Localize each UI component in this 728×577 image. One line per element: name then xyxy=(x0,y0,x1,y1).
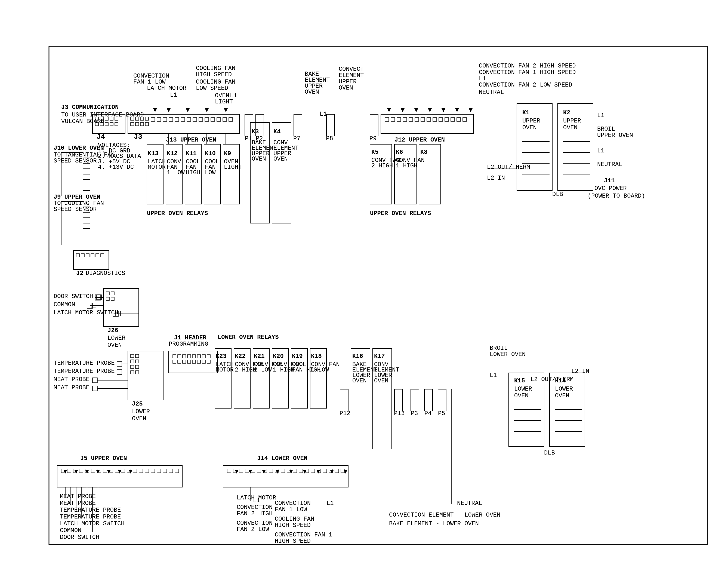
j5-label: J5 UPPER OVEN xyxy=(80,455,127,462)
j14-conv-fan1-high2: HIGH SPEED xyxy=(275,538,311,545)
svg-rect-80 xyxy=(433,118,437,121)
svg-marker-228 xyxy=(167,108,171,112)
svg-rect-213 xyxy=(311,469,315,473)
svg-rect-55 xyxy=(187,118,191,121)
j14-cooling-fan-high1: COOLING FAN xyxy=(275,516,314,523)
k12-label: K12 xyxy=(167,150,178,157)
svg-rect-54 xyxy=(181,118,185,121)
l1-oven-light: L1 xyxy=(230,92,237,99)
bake-elem-upper-label4: OVEN xyxy=(305,89,319,96)
svg-rect-137 xyxy=(202,355,205,358)
oven-light-label: OVEN xyxy=(215,92,229,99)
svg-marker-242 xyxy=(96,470,100,474)
svg-rect-178 xyxy=(103,469,107,473)
svg-rect-76 xyxy=(409,118,413,121)
door-switch-label: DOOR SWITCH xyxy=(54,293,93,300)
j3-comm-sub1: TO USER INTERFACE BOARD xyxy=(61,111,144,118)
svg-rect-186 xyxy=(151,469,155,473)
j13-label: J13 UPPER OVEN xyxy=(166,136,216,144)
p2-label: P2 xyxy=(256,135,263,142)
svg-rect-135 xyxy=(192,355,196,358)
svg-rect-84 xyxy=(457,118,461,121)
svg-rect-70 xyxy=(327,114,335,136)
svg-rect-18 xyxy=(135,123,139,126)
k1-sub2: OVEN xyxy=(522,124,537,131)
svg-rect-208 xyxy=(281,469,285,473)
svg-rect-190 xyxy=(175,469,179,473)
k17-sub4: OVEN xyxy=(374,377,389,384)
svg-rect-83 xyxy=(451,118,454,121)
diagram-container: J4 J3 J3 COMMUNICATION TO USER INTERFACE… xyxy=(0,0,728,577)
svg-rect-127 xyxy=(135,365,139,369)
j3-comm-sub2: VULCAN BOARD xyxy=(61,118,104,125)
svg-rect-75 xyxy=(403,118,407,121)
svg-marker-236 xyxy=(442,108,445,112)
k11-sub3: HIGH xyxy=(186,169,200,176)
svg-rect-71 xyxy=(381,114,473,133)
j5-temp-probe2: TEMPERATURE PROBE xyxy=(60,513,121,520)
k23-box-label: K23 xyxy=(216,353,227,360)
conv-fan1-low-label2: FAN 1 LOW xyxy=(133,79,166,85)
k18-box-label: K18 xyxy=(311,353,322,360)
dlb-lower: DLB xyxy=(544,450,555,456)
j5-temp-probe1: TEMPERATURE PROBE xyxy=(60,507,121,513)
svg-marker-250 xyxy=(289,470,293,474)
dlb-upper: DLB xyxy=(552,191,563,198)
j1-header-label: J1 HEADER xyxy=(174,334,207,341)
svg-marker-231 xyxy=(224,108,228,112)
svg-marker-245 xyxy=(129,470,132,474)
p12-label: P12 xyxy=(339,410,350,417)
k15-label: K15 xyxy=(514,377,525,384)
convect-elem-upper-1: CONVECT xyxy=(339,66,364,73)
svg-rect-159 xyxy=(438,389,446,411)
l1-right: L1 xyxy=(597,112,604,119)
svg-rect-158 xyxy=(424,389,433,411)
j11-sub1: OVC POWER xyxy=(594,185,627,192)
upper-oven-relays-left: UPPER OVEN RELAYS xyxy=(147,210,208,217)
k5-label: K5 xyxy=(371,149,379,156)
svg-rect-78 xyxy=(421,118,425,121)
svg-marker-251 xyxy=(303,470,307,474)
k20-box-label: K20 xyxy=(273,353,284,360)
svg-marker-229 xyxy=(186,108,190,112)
svg-marker-246 xyxy=(235,470,239,474)
convect-elem-upper-3: UPPER xyxy=(339,78,357,85)
svg-rect-174 xyxy=(79,469,83,473)
svg-rect-40 xyxy=(91,254,94,257)
svg-rect-62 xyxy=(229,118,233,121)
l1-mid: L1 xyxy=(320,111,327,118)
l2-in-upper: L2 IN xyxy=(487,175,505,181)
k1-label: K1 xyxy=(522,109,529,116)
j5-door-sw: DOOR SWITCH xyxy=(60,534,99,541)
j5-common: COMMON xyxy=(60,527,81,534)
l1-lower-right: L1 xyxy=(490,372,497,379)
k17-box-label: K17 xyxy=(374,353,385,360)
svg-rect-145 xyxy=(202,360,205,363)
svg-rect-42 xyxy=(101,254,104,257)
k4-sub4: OVEN xyxy=(274,156,288,162)
l1-lower-mid: L1 xyxy=(327,500,334,507)
k2-sub2: OVEN xyxy=(563,124,577,131)
k8-label: K8 xyxy=(420,149,427,156)
schematic-svg: J4 J3 J3 COMMUNICATION TO USER INTERFACE… xyxy=(0,0,728,577)
svg-rect-73 xyxy=(391,118,395,121)
svg-rect-56 xyxy=(193,118,197,121)
k14-label: K14 xyxy=(555,377,566,384)
neutral-upper: NEUTRAL xyxy=(479,89,504,96)
j9-label: J9 UPPER OVEN xyxy=(54,194,100,201)
j25-sub2: OVEN xyxy=(132,415,146,422)
j2-diag: DIAGNOSTICS xyxy=(86,270,125,277)
svg-rect-134 xyxy=(187,355,191,358)
svg-marker-227 xyxy=(153,108,157,112)
k1-sub1: UPPER xyxy=(522,118,540,124)
svg-rect-50 xyxy=(157,118,161,121)
svg-rect-61 xyxy=(223,118,227,121)
k16-sub4: OVEN xyxy=(352,377,367,384)
k19-box-label: K19 xyxy=(292,353,303,360)
svg-rect-69 xyxy=(294,114,302,136)
svg-marker-241 xyxy=(85,470,89,474)
k2-label: K2 xyxy=(563,109,570,116)
j14-label: J14 LOWER OVEN xyxy=(257,455,307,462)
l1-upper-right: L1 xyxy=(479,75,486,82)
svg-rect-38 xyxy=(81,254,84,257)
